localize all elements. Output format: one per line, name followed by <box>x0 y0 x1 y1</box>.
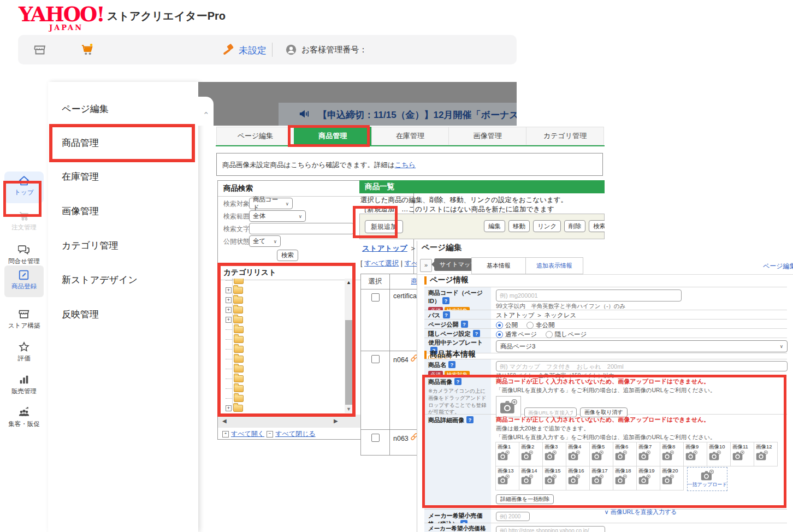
tab-basic-info[interactable]: 基本情報 <box>471 257 526 274</box>
manual-link[interactable]: ページ編集マニュアル <box>763 262 793 271</box>
sidebar-item-cart[interactable]: 注文管理 <box>4 206 44 238</box>
expand-plus-icon[interactable]: + <box>226 317 232 323</box>
category-tree-row[interactable] <box>226 354 244 364</box>
menu-item-0[interactable]: ページ編集 <box>62 103 109 115</box>
scroll-down-icon[interactable]: ▼ <box>345 406 353 412</box>
sidebar-item-chart[interactable]: 販売管理 <box>4 370 44 402</box>
help-icon[interactable]: ? <box>461 321 468 328</box>
sidebar-item-edit[interactable]: 商品登録 <box>4 265 44 297</box>
detail-image-slot[interactable]: 画像5 <box>589 442 613 466</box>
radio-public[interactable]: 公開 <box>496 321 518 329</box>
detail-image-slot[interactable]: 画像19 <box>636 466 660 490</box>
tab-additional-info[interactable]: 追加表示情報 <box>525 257 583 274</box>
row-checkbox[interactable] <box>371 355 380 363</box>
gavel-icon[interactable] <box>221 43 235 59</box>
help-icon[interactable]: ? <box>466 416 474 423</box>
help-icon[interactable]: ? <box>473 330 480 337</box>
detail-image-slot[interactable]: 画像10 <box>707 442 731 466</box>
detail-image-slot[interactable]: 画像11 <box>730 442 754 466</box>
scroll-up-icon[interactable]: ▲ <box>345 280 353 285</box>
sidebar-item-people[interactable]: 集客・販促 <box>4 403 44 435</box>
notice-link[interactable]: こちら <box>395 161 416 169</box>
promo-banner[interactable]: 【申込締切：11/15（金）】12月開催「ボーナスストアPlus! <box>279 103 517 126</box>
evidence-url-input[interactable] <box>496 526 605 532</box>
window-tab-2[interactable]: 在庫管理 <box>371 127 449 145</box>
help-icon[interactable]: ? <box>442 297 449 304</box>
radio-private[interactable]: 非公開 <box>526 321 555 329</box>
category-tree-row[interactable] <box>226 344 244 354</box>
menu-item-5[interactable]: 新ストアデザイン <box>62 274 138 286</box>
scroll-left-icon[interactable]: ◀ <box>222 418 227 424</box>
detail-image-slot[interactable]: 画像3 <box>542 442 566 466</box>
window-tab-4[interactable]: カテゴリ管理 <box>526 127 604 145</box>
menu-item-3[interactable]: 画像管理 <box>62 205 99 217</box>
category-tree-row[interactable] <box>226 334 244 344</box>
detail-image-slot[interactable]: 画像8 <box>660 442 684 466</box>
window-tab-0[interactable]: ページ編集 <box>216 127 294 145</box>
category-tree-row[interactable] <box>226 383 244 393</box>
row-checkbox[interactable] <box>371 293 380 302</box>
detail-image-slot[interactable]: 画像15 <box>542 466 566 490</box>
category-tree-row[interactable]: + <box>226 403 243 413</box>
detail-image-slot[interactable]: 画像6 <box>613 442 637 466</box>
category-tree-row[interactable] <box>226 374 244 383</box>
search-target-select[interactable]: 商品コード∨ <box>249 198 293 209</box>
category-tree-row[interactable]: + <box>226 295 243 305</box>
template-select[interactable]: 商品ページ3∨ <box>496 340 788 352</box>
storefront-icon[interactable] <box>33 43 46 58</box>
select-all-link[interactable]: すべて選択 <box>364 259 399 267</box>
row-checkbox[interactable] <box>371 434 380 442</box>
category-tree-row[interactable]: + <box>226 305 243 315</box>
action-button-4[interactable]: 検索結果を商品 <box>589 220 605 232</box>
menu-item-1[interactable]: 商品管理 <box>62 137 99 149</box>
breadcrumb-store-top-link[interactable]: ストアトップ <box>362 244 407 252</box>
bulk-upload-cell[interactable]: 一括アップロード <box>687 467 727 491</box>
action-button-1[interactable]: 移動 <box>508 220 530 232</box>
add-new-button[interactable]: 新規追加 <box>365 220 403 233</box>
detail-image-slot[interactable]: 画像17 <box>589 466 613 490</box>
window-tab-1[interactable]: 商品管理 <box>294 127 372 145</box>
search-status-select[interactable]: 全て∨ <box>249 235 281 247</box>
product-name-input[interactable] <box>496 361 788 371</box>
category-tree-row[interactable]: + <box>226 315 243 324</box>
yahoo-logo[interactable]: YAHOO! <box>19 2 104 26</box>
sidebar-item-star[interactable]: 評価 <box>4 338 44 369</box>
help-icon[interactable]: ? <box>454 378 461 385</box>
close-all-link[interactable]: すべて閉じる <box>275 429 315 439</box>
menu-item-6[interactable]: 反映管理 <box>62 308 99 321</box>
open-all-link[interactable]: すべて開く <box>231 429 264 439</box>
help-icon[interactable]: ? <box>448 361 455 368</box>
window-tab-3[interactable]: 画像管理 <box>448 127 526 145</box>
category-tree-row[interactable] <box>226 279 244 285</box>
radio-normal-page[interactable]: 通常ページ <box>496 330 537 339</box>
detail-image-slot[interactable]: 画像9 <box>683 442 707 466</box>
detail-image-slot[interactable]: 画像7 <box>636 442 660 466</box>
category-tree-row[interactable] <box>226 324 244 334</box>
menu-item-4[interactable]: カテゴリ管理 <box>62 239 119 252</box>
bulk-delete-button[interactable]: 詳細画像を一括削除 <box>496 494 554 504</box>
category-tree-row[interactable] <box>226 393 244 403</box>
detail-image-slot[interactable]: 画像13 <box>495 466 519 490</box>
search-button[interactable]: 検索 <box>277 250 298 261</box>
action-button-2[interactable]: リンク <box>533 220 561 232</box>
search-text-input[interactable] <box>249 223 354 234</box>
auction-status[interactable]: 未設定 <box>239 44 267 57</box>
expand-plus-icon[interactable]: + <box>226 405 232 411</box>
detail-image-slot[interactable]: 画像1 <box>495 442 519 466</box>
category-tree-row[interactable]: + <box>226 285 243 295</box>
page-id-input[interactable] <box>496 289 682 302</box>
detail-image-slot[interactable]: 画像20 <box>660 466 684 490</box>
detail-image-slot[interactable]: 画像18 <box>613 466 637 490</box>
expand-plus-icon[interactable]: + <box>226 297 232 303</box>
help-icon[interactable]: ? <box>443 311 450 318</box>
sidebar-item-home[interactable]: トップ <box>4 172 44 203</box>
menu-item-2[interactable]: 在庫管理 <box>62 170 99 183</box>
sitemap-expand-button[interactable]: » <box>420 259 432 272</box>
detail-image-slot[interactable]: 画像2 <box>519 442 543 466</box>
expand-plus-icon[interactable]: + <box>226 307 232 313</box>
price-input[interactable] <box>496 512 530 521</box>
expand-plus-icon[interactable]: + <box>226 287 232 293</box>
scroll-right-icon[interactable]: ▶ <box>334 418 338 424</box>
tree-scrollbar[interactable]: ▲ ▼ <box>345 279 353 413</box>
scrollbar-thumb[interactable] <box>345 320 352 405</box>
